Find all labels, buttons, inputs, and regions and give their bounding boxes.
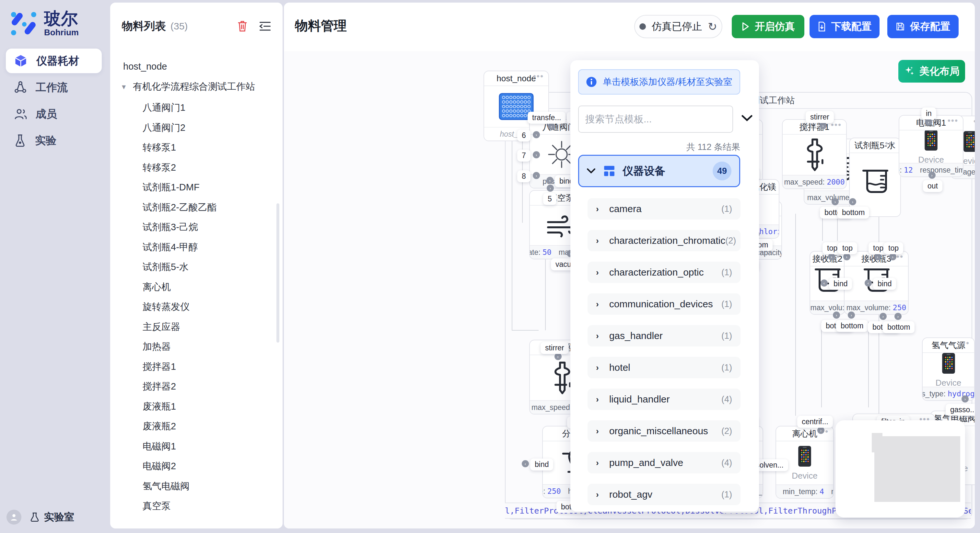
port-pill-transfe[interactable]: transfe...: [528, 112, 565, 124]
category-row-hotel[interactable]: › hotel (1): [587, 357, 740, 378]
port-pill-bind[interactable]: bind: [530, 458, 553, 471]
port-pill-stirrer[interactable]: stirrer: [806, 111, 834, 123]
category-row-pump_and_valve[interactable]: › pump_and_valve (4): [587, 452, 740, 473]
port-connector-dot[interactable]: ›: [817, 427, 824, 434]
port-pill-stirrer[interactable]: stirrer: [541, 342, 569, 354]
materials-scrollbar[interactable]: [277, 203, 279, 343]
port-connector-dot[interactable]: ›: [894, 313, 902, 320]
port-connector-dot[interactable]: ›: [880, 313, 887, 320]
port-pill-5[interactable]: 5: [543, 193, 557, 205]
sim-status-pill[interactable]: 仿真已停止 ↻: [634, 15, 722, 38]
category-row-characterization_chromatic[interactable]: › characterization_chromatic (2): [587, 230, 740, 251]
node-menu-icon[interactable]: •••: [764, 180, 774, 190]
port-connector-dot[interactable]: ›: [819, 122, 827, 129]
port-connector-dot[interactable]: ›: [548, 123, 555, 130]
port-connector-dot[interactable]: ›: [828, 253, 835, 260]
port-pill-top[interactable]: top: [884, 242, 903, 254]
material-item[interactable]: 真空泵: [143, 498, 171, 514]
download-config-button[interactable]: 下载配置: [810, 15, 880, 38]
port-connector-dot[interactable]: ‹: [522, 460, 529, 467]
port-pill-out[interactable]: out: [923, 180, 942, 192]
port-connector-dot[interactable]: ›: [832, 198, 839, 205]
chevron-down-icon[interactable]: [741, 115, 752, 122]
port-connector-dot[interactable]: ‹: [865, 279, 872, 287]
category-row-characterization_optic[interactable]: › characterization_optic (1): [587, 262, 740, 283]
sidebar-item-2[interactable]: 工作流: [6, 75, 102, 100]
category-row-gas_handler[interactable]: › gas_handler (1): [587, 325, 740, 346]
search-input[interactable]: [578, 106, 733, 133]
port-connector-dot[interactable]: ›: [843, 253, 850, 260]
port-connector-dot[interactable]: ‹: [546, 177, 554, 184]
port-connector-dot[interactable]: ›: [533, 172, 540, 179]
port-connector-dot[interactable]: ›: [874, 253, 881, 260]
material-item[interactable]: 旋转蒸发仪: [143, 299, 189, 315]
port-pill-bottom[interactable]: bottom: [837, 206, 869, 219]
category-group-instruments[interactable]: 仪器设备 49: [578, 155, 740, 187]
port-pill-bottom[interactable]: bottom: [883, 321, 915, 333]
port-pill-gasso[interactable]: gasso...: [946, 404, 975, 416]
start-simulation-button[interactable]: 开启仿真: [732, 15, 804, 38]
material-item[interactable]: 电磁阀1: [143, 438, 176, 455]
sidebar-lab-link[interactable]: 实验室: [29, 510, 74, 524]
refresh-icon[interactable]: ↻: [708, 20, 717, 33]
port-connector-dot[interactable]: ›: [555, 353, 562, 360]
chevron-down-icon[interactable]: ▾: [122, 82, 126, 91]
category-row-robot_agv[interactable]: › robot_agv (1): [587, 484, 740, 505]
material-item[interactable]: 试剂瓶2-乙酸乙酯: [143, 200, 217, 216]
material-item[interactable]: 转移泵1: [143, 140, 176, 156]
material-item[interactable]: 八通阀门2: [143, 120, 185, 136]
port-connector-dot[interactable]: ›: [925, 119, 932, 125]
avatar[interactable]: [6, 510, 21, 525]
port-pill-bind[interactable]: bind: [829, 278, 852, 290]
material-item[interactable]: 试剂瓶4-甲醇: [143, 239, 198, 255]
material-item[interactable]: 加热器: [143, 339, 171, 355]
port-pill-6[interactable]: 6: [517, 130, 530, 141]
sidebar-item-1[interactable]: 仪器耗材: [6, 49, 102, 73]
category-row-camera[interactable]: › camera (1): [587, 198, 740, 219]
collapse-list-icon[interactable]: [259, 21, 271, 32]
material-item[interactable]: 电磁阀2: [143, 458, 176, 474]
node-menu-icon[interactable]: •••: [885, 138, 896, 148]
material-item[interactable]: 废液瓶2: [143, 418, 176, 435]
node-menu-icon[interactable]: •••: [948, 116, 958, 125]
port-connector-dot[interactable]: ›: [929, 171, 935, 179]
category-row-liquid_handler[interactable]: › liquid_handler (4): [587, 389, 740, 410]
port-connector-dot[interactable]: ›: [848, 311, 855, 319]
category-row-communication_devices[interactable]: › communication_devices (1): [587, 293, 740, 315]
node-氢气气源[interactable]: 氢气气源 ••• Devicegas_type: hydrogen: [922, 338, 975, 401]
port-connector-dot[interactable]: ›: [533, 151, 540, 159]
port-pill-bottom[interactable]: bottom: [836, 320, 868, 332]
sidebar-item-4[interactable]: 实验: [6, 128, 102, 153]
port-pill-bind[interactable]: bind: [873, 278, 896, 290]
node-试剂瓶5-水[interactable]: 试剂瓶5-水 •••: [849, 138, 901, 217]
node-menu-icon[interactable]: •••: [959, 338, 970, 348]
save-config-button[interactable]: 保存配置: [887, 15, 959, 38]
material-item[interactable]: 氢气电磁阀: [143, 478, 189, 495]
beautify-layout-button[interactable]: 美化布局: [898, 60, 965, 82]
port-pill-top[interactable]: top: [838, 242, 857, 254]
minimap[interactable]: [835, 420, 965, 517]
material-item[interactable]: 搅拌器2: [143, 379, 176, 395]
port-connector-dot[interactable]: ›: [533, 131, 540, 138]
material-item[interactable]: host_node: [123, 58, 167, 75]
material-item[interactable]: 试剂瓶1-DMF: [143, 179, 200, 195]
port-connector-dot[interactable]: ‹: [821, 279, 828, 287]
port-pill-7[interactable]: 7: [517, 150, 530, 162]
material-item[interactable]: 试剂瓶5-水: [143, 259, 189, 275]
port-pill-in[interactable]: in: [921, 108, 936, 119]
node-搅拌器1[interactable]: 搅拌器1 ••• max_speed: 2000: [782, 119, 847, 189]
port-connector-dot[interactable]: ›: [961, 395, 969, 403]
port-connector-dot[interactable]: ›: [547, 185, 554, 192]
port-connector-dot[interactable]: ›: [889, 253, 896, 260]
material-item[interactable]: 搅拌器1: [143, 359, 176, 375]
category-row-organic_miscellaneous[interactable]: › organic_miscellaneous (2): [587, 420, 740, 442]
material-item[interactable]: 八通阀门1: [143, 100, 185, 116]
port-pill-centrif[interactable]: centrif...: [797, 416, 833, 428]
material-item[interactable]: 废液瓶1: [143, 399, 176, 415]
material-item[interactable]: 转移泵2: [143, 160, 176, 176]
material-item[interactable]: 主反应器: [143, 319, 180, 335]
node-menu-icon[interactable]: •••: [533, 71, 544, 81]
material-item[interactable]: 离心机: [143, 279, 171, 295]
port-connector-dot[interactable]: ›: [833, 311, 840, 319]
material-item[interactable]: ▾有机化学流程综合测试工作站: [122, 79, 255, 95]
